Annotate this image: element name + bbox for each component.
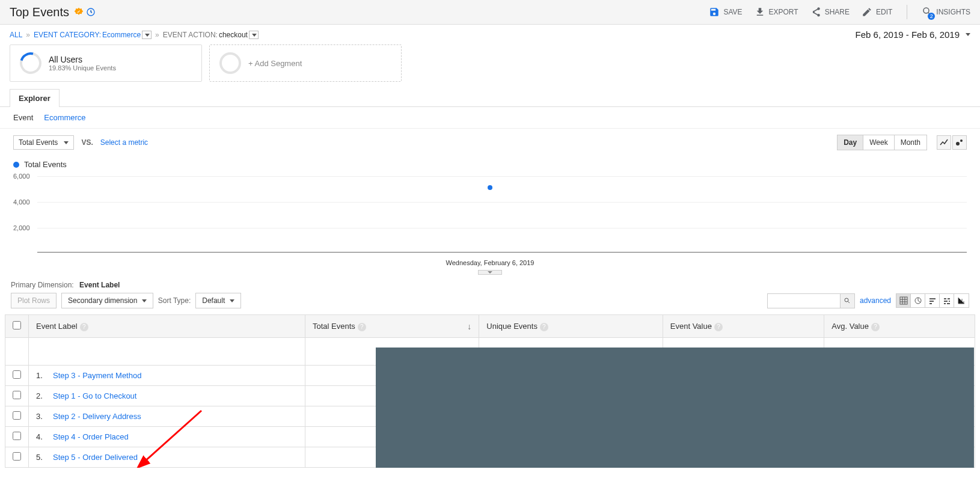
chart-area: 6,000 4,000 2,000 bbox=[13, 173, 967, 257]
sort-desc-icon: ↓ bbox=[467, 322, 471, 331]
row-checkbox[interactable] bbox=[13, 411, 21, 420]
export-icon bbox=[755, 7, 765, 17]
chevron-down-icon bbox=[230, 299, 234, 302]
col-total-events[interactable]: Total Events?↓ bbox=[305, 315, 479, 338]
help-icon[interactable]: ? bbox=[358, 323, 366, 331]
view-pivot-icon[interactable] bbox=[954, 294, 969, 307]
expand-chart-handle[interactable] bbox=[478, 270, 502, 275]
crumb-action-dropdown[interactable] bbox=[249, 31, 259, 39]
help-icon[interactable]: ? bbox=[540, 323, 548, 331]
segments: All Users 19.83% Unique Events + Add Seg… bbox=[0, 44, 980, 89]
help-icon[interactable]: ? bbox=[80, 323, 88, 331]
divider bbox=[907, 5, 907, 19]
sort-type-dropdown[interactable]: Default bbox=[195, 293, 240, 308]
chevron-down-icon bbox=[64, 141, 69, 144]
metric-dropdown[interactable]: Total Events bbox=[13, 135, 74, 150]
primary-dimension-row: Primary Dimension: Event Label bbox=[0, 275, 980, 293]
search-button[interactable] bbox=[840, 294, 854, 308]
view-mode-icons bbox=[896, 293, 969, 308]
chart-legend: Total Events bbox=[0, 156, 980, 173]
row-link[interactable]: Step 2 - Delivery Address bbox=[53, 412, 141, 421]
time-month[interactable]: Month bbox=[895, 135, 927, 150]
col-event-label[interactable]: Event Label? bbox=[29, 315, 305, 338]
secondary-dimension-dropdown[interactable]: Secondary dimension bbox=[61, 293, 153, 308]
view-table-icon[interactable] bbox=[896, 294, 911, 307]
add-segment-button[interactable]: + Add Segment bbox=[209, 44, 402, 82]
date-range-picker[interactable]: Feb 6, 2019 - Feb 6, 2019 bbox=[856, 29, 970, 40]
svg-point-1 bbox=[923, 8, 929, 13]
table-container: Event Label? Total Events?↓ Unique Event… bbox=[0, 314, 980, 468]
legend-dot bbox=[13, 162, 19, 168]
legend-label: Total Events bbox=[24, 160, 67, 169]
advanced-link[interactable]: advanced bbox=[860, 296, 891, 305]
segment-chart-icon bbox=[16, 48, 45, 78]
subtabs: Event Ecommerce bbox=[0, 107, 980, 129]
tab-row: Explorer bbox=[0, 89, 980, 107]
metric-row: Total Events VS. Select a metric Day Wee… bbox=[0, 129, 980, 156]
chart-x-label: Wednesday, February 6, 2019 bbox=[0, 257, 980, 269]
svg-point-4 bbox=[845, 298, 848, 302]
verified-icon bbox=[74, 7, 84, 17]
page-title: Top Events bbox=[10, 5, 69, 19]
view-pie-icon[interactable] bbox=[911, 294, 925, 307]
save-button[interactable]: SAVE bbox=[709, 7, 742, 17]
view-bar-icon[interactable] bbox=[925, 294, 940, 307]
help-icon[interactable]: ? bbox=[714, 323, 723, 331]
col-unique-events[interactable]: Unique Events? bbox=[479, 315, 663, 338]
svg-rect-5 bbox=[900, 297, 907, 304]
export-button[interactable]: EXPORT bbox=[755, 7, 798, 17]
vs-label: VS. bbox=[81, 138, 93, 147]
share-button[interactable]: SHARE bbox=[810, 7, 850, 17]
svg-point-2 bbox=[956, 142, 960, 145]
chart-line-icon[interactable] bbox=[937, 135, 951, 150]
chevron-down-icon bbox=[142, 299, 147, 302]
plot-rows-button[interactable]: Plot Rows bbox=[11, 293, 57, 308]
search-input[interactable] bbox=[768, 294, 840, 308]
col-event-value[interactable]: Event Value? bbox=[663, 315, 824, 338]
row-link[interactable]: Step 3 - Payment Method bbox=[53, 371, 141, 380]
col-avg-value[interactable]: Avg. Value? bbox=[824, 315, 975, 338]
subtab-event[interactable]: Event bbox=[13, 113, 33, 122]
edit-button[interactable]: EDIT bbox=[862, 7, 892, 17]
segment-subtitle: 19.83% Unique Events bbox=[49, 64, 116, 72]
row-link[interactable]: Step 5 - Order Delivered bbox=[53, 453, 138, 462]
chart-motion-icon[interactable] bbox=[952, 135, 967, 150]
tab-explorer[interactable]: Explorer bbox=[10, 89, 60, 107]
primary-dimension-value[interactable]: Event Label bbox=[79, 281, 120, 289]
time-day[interactable]: Day bbox=[837, 135, 863, 150]
chart-data-point[interactable] bbox=[488, 185, 492, 190]
row-checkbox[interactable] bbox=[13, 370, 21, 379]
help-icon[interactable]: ? bbox=[871, 323, 880, 331]
chart-type-icons bbox=[937, 135, 967, 150]
time-toggle: Day Week Month bbox=[837, 135, 927, 150]
insights-button[interactable]: 2 INSIGHTS bbox=[922, 6, 970, 19]
insights-badge: 2 bbox=[928, 13, 935, 20]
add-segment-icon bbox=[219, 52, 241, 74]
select-all-checkbox[interactable] bbox=[13, 321, 21, 329]
edit-icon bbox=[862, 7, 872, 17]
header-actions: SAVE EXPORT SHARE EDIT 2 INSIGHTS bbox=[709, 5, 970, 19]
crumb-all[interactable]: ALL bbox=[10, 31, 22, 39]
crumb-category-label[interactable]: EVENT CATEGORY: bbox=[34, 31, 101, 39]
svg-point-3 bbox=[960, 139, 963, 142]
time-week[interactable]: Week bbox=[863, 135, 894, 150]
row-link[interactable]: Step 4 - Order Placed bbox=[53, 432, 129, 441]
chevron-down-icon bbox=[966, 33, 970, 36]
row-checkbox[interactable] bbox=[13, 432, 21, 440]
segment-title: All Users bbox=[49, 55, 116, 64]
breadcrumb-row: ALL » EVENT CATEGORY: Ecommerce » EVENT … bbox=[0, 25, 980, 44]
segment-all-users[interactable]: All Users 19.83% Unique Events bbox=[10, 44, 202, 82]
ytick: 6,000 bbox=[13, 173, 30, 180]
share-icon bbox=[810, 7, 821, 17]
subtab-ecommerce[interactable]: Ecommerce bbox=[44, 113, 85, 122]
crumb-category-dropdown[interactable] bbox=[142, 31, 152, 39]
crumb-action-label: EVENT ACTION: bbox=[163, 31, 218, 39]
redaction-overlay bbox=[376, 348, 974, 468]
crumb-category-value[interactable]: Ecommerce bbox=[102, 31, 141, 39]
view-comparison-icon[interactable] bbox=[940, 294, 954, 307]
row-checkbox[interactable] bbox=[13, 452, 21, 461]
table-search bbox=[767, 293, 855, 308]
row-checkbox[interactable] bbox=[13, 391, 21, 399]
row-link[interactable]: Step 1 - Go to Checkout bbox=[53, 391, 136, 400]
select-metric-link[interactable]: Select a metric bbox=[100, 138, 148, 147]
